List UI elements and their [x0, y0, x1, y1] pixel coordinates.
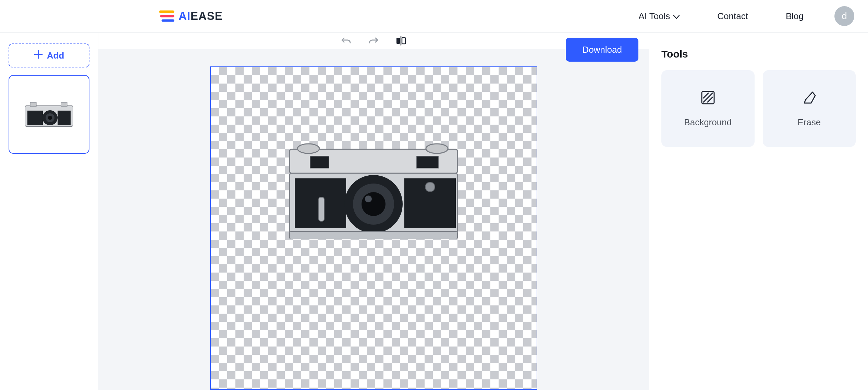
svg-rect-8: [396, 38, 400, 44]
stage: [98, 49, 649, 390]
download-button[interactable]: Download: [566, 38, 638, 62]
nav-contact[interactable]: Contact: [717, 11, 748, 22]
image-thumbnail[interactable]: [9, 75, 89, 154]
svg-rect-24: [319, 197, 324, 221]
tool-background-label: Background: [684, 117, 732, 128]
add-image-button[interactable]: Add: [9, 43, 89, 67]
avatar[interactable]: d: [834, 6, 854, 26]
nav-ai-tools-label: AI Tools: [638, 11, 670, 22]
svg-rect-15: [416, 156, 439, 168]
brand-logo[interactable]: AIEASE: [159, 10, 223, 23]
svg-rect-2: [58, 111, 71, 125]
redo-button[interactable]: [367, 34, 380, 48]
svg-rect-14: [310, 156, 329, 168]
tool-erase-label: Erase: [797, 117, 821, 128]
svg-rect-25: [290, 231, 457, 239]
canvas-topbar: Download: [98, 33, 649, 49]
brand-mark-icon: [159, 10, 174, 23]
brand-name-rest: EASE: [191, 10, 223, 22]
tools-panel: Tools Background: [649, 33, 868, 390]
nav-contact-label: Contact: [717, 11, 748, 22]
undo-button[interactable]: [339, 34, 353, 48]
canvas-area: Download: [98, 33, 649, 390]
svg-point-13: [426, 144, 448, 153]
svg-rect-7: [61, 102, 67, 106]
subject-image[interactable]: [286, 132, 461, 242]
header-bar: AIEASE AI Tools Contact Blog d: [0, 0, 868, 33]
main-nav: AI Tools Contact Blog d: [638, 6, 854, 26]
undo-icon: [341, 36, 352, 46]
redo-icon: [368, 36, 379, 46]
topbar-actions: [339, 34, 408, 48]
svg-point-5: [48, 116, 52, 120]
svg-point-21: [362, 192, 386, 216]
tool-erase[interactable]: Erase: [763, 70, 856, 147]
brand-name: AIEASE: [179, 10, 223, 23]
svg-rect-1: [27, 111, 43, 125]
download-button-label: Download: [582, 45, 622, 55]
tool-background[interactable]: Background: [661, 70, 755, 147]
svg-point-12: [297, 144, 319, 153]
brand-name-ai: AI: [179, 10, 191, 22]
left-sidebar: Add: [0, 33, 98, 390]
erase-icon: [801, 89, 817, 108]
avatar-initial: d: [842, 11, 847, 22]
nav-ai-tools[interactable]: AI Tools: [638, 11, 680, 22]
svg-rect-6: [30, 102, 36, 106]
chevron-down-icon: [673, 11, 680, 22]
compare-button[interactable]: [394, 34, 408, 48]
tools-panel-title: Tools: [661, 48, 856, 60]
background-icon: [700, 89, 716, 108]
svg-line-27: [703, 93, 713, 102]
main-layout: Add: [0, 33, 868, 390]
svg-point-23: [425, 182, 435, 192]
nav-blog[interactable]: Blog: [786, 11, 804, 22]
plus-icon: [34, 50, 43, 61]
svg-point-22: [365, 196, 372, 202]
camera-icon: [286, 132, 461, 242]
camera-thumbnail-icon: [23, 99, 75, 130]
tools-grid: Background Erase: [661, 70, 856, 147]
compare-icon: [396, 36, 406, 46]
nav-blog-label: Blog: [786, 11, 804, 22]
svg-rect-9: [402, 38, 405, 44]
add-button-label: Add: [47, 50, 64, 61]
artboard[interactable]: [210, 66, 537, 390]
